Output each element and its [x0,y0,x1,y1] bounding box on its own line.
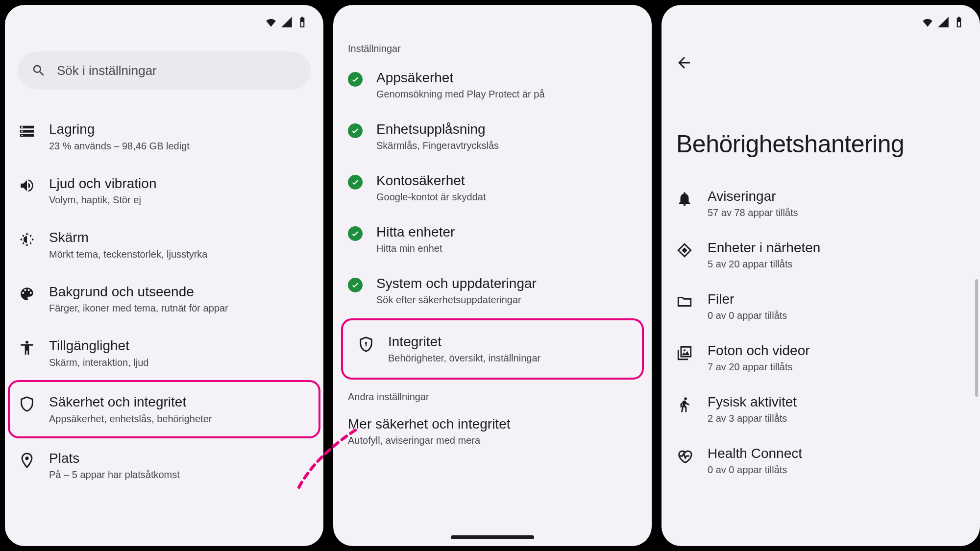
scrollbar[interactable] [975,279,978,397]
screen-security-privacy: Inställningar AppsäkerhetGenomsökning me… [333,5,652,546]
item-privacy[interactable]: IntegritetBehörigheter, översikt, instäl… [343,320,642,378]
svg-rect-2 [366,344,367,347]
check-icon [348,175,363,190]
wifi-icon [921,16,934,28]
perm-item-activity[interactable]: Fysisk aktivitet2 av 3 appar tillåts [662,383,980,435]
shield-icon [19,396,35,412]
settings-item-accessibility[interactable]: TillgänglighetSkärm, interaktion, ljud [10,326,318,380]
screen-permission-manager: Behörighetshantering Aviseringar57 av 78… [662,5,980,546]
settings-item-wallpaper[interactable]: Bakgrund och utseendeFärger, ikoner med … [10,272,318,326]
perm-item-notifications[interactable]: Aviseringar57 av 78 appar tillåts [662,178,980,229]
header-label: Inställningar [333,5,652,59]
svg-point-3 [684,349,686,351]
perm-item-photos[interactable]: Foton och videor7 av 20 appar tillåts [662,332,980,383]
item-find-devices[interactable]: Hitta enheterHitta min enhet [333,214,652,265]
signal-icon [280,16,293,28]
item-account-security[interactable]: KontosäkerhetGoogle-kontot är skyddat [333,162,652,214]
photos-icon [676,345,693,361]
highlight-privacy: IntegritetBehörigheter, översikt, instäl… [341,318,644,380]
status-bar [921,16,965,28]
perm-item-nearby[interactable]: Enheter i närheten5 av 20 appar tillåts [662,229,980,281]
item-device-unlock[interactable]: EnhetsupplåsningSkärmlås, Fingeravtrycks… [333,111,652,162]
location-icon [19,452,35,469]
item-system-updates[interactable]: System och uppdateringarSök efter säkerh… [333,265,652,316]
settings-item-location[interactable]: PlatsPå – 5 appar har platsåtkomst [10,438,318,493]
accessibility-icon [19,339,35,356]
item-more-security[interactable]: Mer säkerhet och integritetAutofyll, avi… [333,407,652,455]
other-settings-header: Andra inställningar [333,384,652,407]
battery-icon [953,16,965,28]
check-icon [348,72,363,87]
page-title: Behörighetshantering [662,5,980,178]
search-placeholder: Sök i inställningar [57,63,157,78]
health-icon [676,448,693,464]
svg-point-0 [25,456,28,460]
back-button[interactable] [675,54,693,72]
palette-icon [19,286,35,302]
wifi-icon [265,16,277,28]
check-icon [348,123,363,138]
screen-settings-main: Sök i inställningar Lagring23 % används … [5,5,323,546]
sound-icon [19,177,35,194]
search-settings[interactable]: Sök i inställningar [18,51,311,90]
settings-item-storage[interactable]: Lagring23 % används – 98,46 GB ledigt [10,109,318,164]
status-bar [265,16,309,28]
nearby-icon [676,242,693,259]
settings-item-security-privacy[interactable]: Säkerhet och integritetAppsäkerhet, enhe… [8,380,320,438]
check-icon [348,226,363,241]
gesture-handle [451,535,534,539]
check-icon [348,278,363,292]
settings-item-sound[interactable]: Ljud och vibrationVolym, haptik, Stör ej [10,164,318,218]
search-icon [31,63,46,78]
perm-item-health[interactable]: Health Connect0 av 0 appar tillåts [662,435,980,486]
privacy-shield-icon [358,336,374,353]
item-app-security[interactable]: AppsäkerhetGenomsökning med Play Protect… [333,59,652,111]
battery-icon [296,16,309,28]
bell-icon [676,191,693,207]
display-icon [19,231,35,248]
storage-icon [19,123,35,140]
signal-icon [937,16,950,28]
run-icon [676,396,693,413]
folder-icon [676,293,693,310]
settings-item-display[interactable]: SkärmMörkt tema, teckenstorlek, ljusstyr… [10,217,318,272]
perm-item-files[interactable]: Filer0 av 0 appar tillåts [662,281,980,332]
